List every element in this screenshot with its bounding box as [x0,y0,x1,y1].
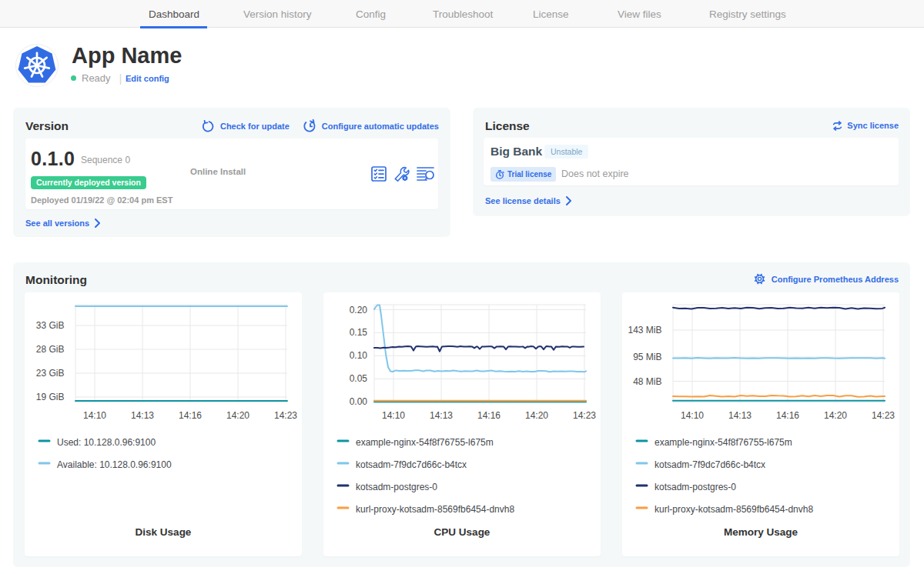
svg-text:Available: 10.128.0.96:9100: Available: 10.128.0.96:9100 [57,459,172,470]
svg-text:14:10: 14:10 [382,410,405,421]
svg-text:14:23: 14:23 [274,410,297,421]
svg-text:14:10: 14:10 [681,410,704,421]
svg-text:kurl-proxy-kotsadm-8569fb6454-: kurl-proxy-kotsadm-8569fb6454-dnvh8 [654,504,813,515]
svg-text:kotsadm-7f9dc7d66c-b4tcx: kotsadm-7f9dc7d66c-b4tcx [654,459,765,470]
svg-text:Used: 10.128.0.96:9100: Used: 10.128.0.96:9100 [57,437,156,448]
svg-text:14:16: 14:16 [179,410,202,421]
svg-text:14:13: 14:13 [131,410,154,421]
svg-text:kurl-proxy-kotsadm-8569fb6454-: kurl-proxy-kotsadm-8569fb6454-dnvh8 [356,504,514,515]
svg-text:0.10: 0.10 [350,350,368,361]
svg-text:kotsadm-postgres-0: kotsadm-postgres-0 [356,482,437,492]
svg-text:14:16: 14:16 [776,410,799,421]
svg-text:143 MiB: 143 MiB [628,325,661,335]
svg-text:0.20: 0.20 [350,305,368,315]
svg-text:14:20: 14:20 [226,410,249,421]
svg-text:kotsadm-postgres-0: kotsadm-postgres-0 [654,482,736,492]
svg-text:0.15: 0.15 [350,327,368,338]
svg-text:14:20: 14:20 [824,410,847,421]
svg-text:example-nginx-54f8f76755-l675m: example-nginx-54f8f76755-l675m [654,437,792,448]
svg-text:example-nginx-54f8f76755-l675m: example-nginx-54f8f76755-l675m [356,437,494,448]
svg-text:33 GiB: 33 GiB [36,320,65,331]
svg-text:0.05: 0.05 [350,373,368,384]
svg-text:14:23: 14:23 [872,410,895,421]
svg-text:Disk Usage: Disk Usage [136,526,192,538]
svg-text:48 MiB: 48 MiB [633,376,661,387]
svg-text:Memory Usage: Memory Usage [724,526,798,538]
svg-text:28 GiB: 28 GiB [36,344,65,355]
svg-text:23 GiB: 23 GiB [36,368,65,379]
svg-text:14:13: 14:13 [728,410,752,421]
svg-text:19 GiB: 19 GiB [36,392,65,402]
svg-text:0.00: 0.00 [350,396,368,407]
svg-text:14:13: 14:13 [430,410,453,421]
svg-text:95 MiB: 95 MiB [633,352,661,362]
svg-text:14:23: 14:23 [573,410,596,421]
svg-text:CPU Usage: CPU Usage [434,526,490,538]
svg-text:14:20: 14:20 [525,410,548,421]
svg-text:14:10: 14:10 [83,410,106,421]
svg-text:kotsadm-7f9dc7d66c-b4tcx: kotsadm-7f9dc7d66c-b4tcx [356,459,467,470]
svg-text:14:16: 14:16 [477,410,500,421]
